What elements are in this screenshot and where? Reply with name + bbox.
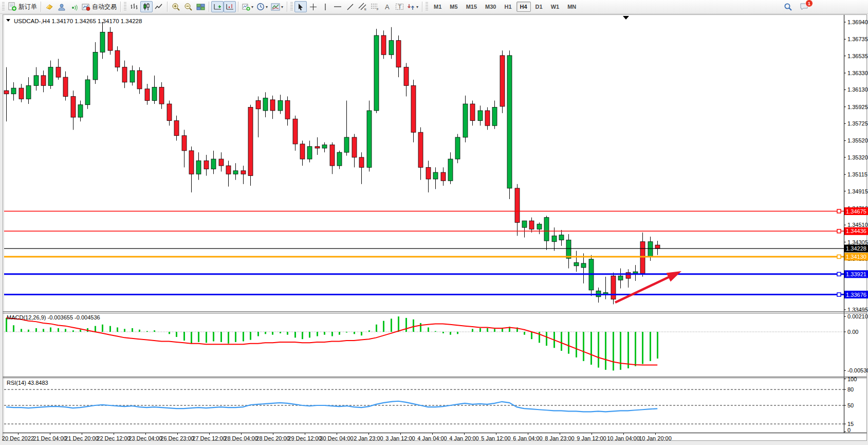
candle-body: [137, 70, 142, 89]
svg-text:T: T: [398, 4, 401, 10]
bar-chart-mode-button[interactable]: [128, 1, 140, 12]
candle-body: [263, 98, 268, 111]
templates-button[interactable]: ▾: [269, 1, 285, 12]
wallet-button[interactable]: [43, 1, 56, 12]
auto-scroll-icon: [213, 3, 222, 11]
candle-body: [389, 41, 394, 55]
horizontal-line-icon: [334, 4, 342, 10]
toolbar-separator: [287, 2, 287, 12]
date-tick-label: 28 Dec 20:00: [256, 435, 289, 441]
timeframe-m1-button[interactable]: M1: [430, 2, 445, 12]
line-chart-mode-button[interactable]: [153, 1, 165, 12]
cursor-tool-button[interactable]: [294, 1, 307, 12]
vertical-line-tool-button[interactable]: [319, 1, 331, 12]
candle-body: [322, 145, 327, 148]
fibonacci-icon: F: [371, 3, 379, 11]
candle-body: [93, 52, 98, 80]
timeframe-h1-button[interactable]: H1: [501, 2, 515, 12]
candle-body: [56, 67, 61, 77]
auto-scroll-button[interactable]: [211, 1, 224, 12]
auto-trading-button[interactable]: 自动交易: [80, 1, 118, 12]
signal-button[interactable]: [68, 1, 80, 12]
candle-body: [226, 166, 231, 174]
toolbar-grip[interactable]: [2, 2, 5, 11]
add-indicator-button[interactable]: ▾: [241, 1, 255, 12]
text-label-tool-button[interactable]: T: [393, 1, 405, 12]
timeframe-w1-button[interactable]: W1: [547, 2, 563, 12]
hline-marker[interactable]: [837, 209, 841, 213]
toolbar-separator: [41, 2, 41, 12]
trendline-tool-button[interactable]: [344, 1, 356, 12]
candle-body: [633, 272, 638, 273]
arrow-objects-icon: [407, 3, 415, 11]
zoom-out-icon: [184, 3, 193, 11]
chart-canvas[interactable]: USDCAD-,H4 1.34170 1.34265 1.34170 1.342…: [0, 13, 868, 445]
candle-body: [426, 167, 431, 179]
date-tick-label: 6 Jan 04:00: [513, 435, 543, 441]
timeframe-mn-button[interactable]: MN: [564, 2, 580, 12]
search-button[interactable]: [782, 1, 794, 12]
candle-body: [26, 85, 31, 99]
candle-body: [270, 100, 275, 111]
hline-price-label-text: 1.34228: [846, 245, 866, 252]
macd-tick-label: 0.002102: [847, 313, 868, 319]
candle-body: [189, 151, 194, 174]
tile-windows-button[interactable]: [194, 1, 207, 12]
horizontal-line-tool-button[interactable]: [331, 1, 344, 12]
timeframe-d1-button[interactable]: D1: [532, 2, 546, 12]
candle-body: [344, 137, 349, 152]
crosshair-icon: [309, 3, 317, 11]
arrows-tool-button[interactable]: ▾: [405, 1, 420, 12]
date-tick-label: 2 Jan 23:00: [354, 435, 383, 441]
hline-marker[interactable]: [837, 272, 841, 276]
date-tick-label: 21 Dec 04:00: [33, 435, 66, 441]
zoom-in-button[interactable]: [170, 1, 182, 12]
candle-body: [4, 91, 9, 94]
periods-button[interactable]: ▾: [255, 1, 269, 12]
toolbar-separator: [120, 2, 121, 12]
candle-body: [293, 119, 298, 144]
toolbar-grip[interactable]: [124, 2, 126, 11]
chart-shift-button[interactable]: [224, 1, 236, 12]
timeframe-m5-button[interactable]: M5: [446, 2, 461, 12]
price-tick-label: 1.35925: [847, 104, 868, 110]
candle-body: [233, 171, 238, 174]
candlestick-icon: [142, 3, 151, 11]
new-order-label: 新订单: [19, 3, 37, 11]
new-order-button[interactable]: 新订单: [6, 1, 39, 12]
dropdown-caret-icon: ▾: [281, 5, 283, 9]
channel-tool-button[interactable]: E: [356, 1, 368, 12]
candle-body: [167, 104, 172, 120]
candle-body: [278, 101, 283, 111]
dropdown-caret-icon: ▾: [251, 5, 253, 9]
toolbar-separator: [422, 2, 422, 12]
timeframe-h4-button[interactable]: H4: [516, 2, 531, 12]
zoom-out-button[interactable]: [182, 1, 194, 12]
bar-chart-icon: [130, 3, 138, 11]
toolbar-grip[interactable]: [426, 2, 428, 11]
candle-body: [463, 104, 468, 137]
profile-button[interactable]: [56, 1, 68, 12]
text-tool-button[interactable]: A: [381, 1, 393, 12]
chart-window[interactable]: USDCAD-,H4 1.34170 1.34265 1.34170 1.342…: [0, 13, 868, 445]
crosshair-tool-button[interactable]: [307, 1, 319, 12]
fibonacci-tool-button[interactable]: F: [368, 1, 381, 12]
toolbar-separator: [167, 2, 168, 12]
timeframe-m15-button[interactable]: M15: [463, 2, 481, 12]
hline-marker[interactable]: [837, 229, 841, 233]
price-tick-label: 1.33495: [847, 307, 868, 313]
candle-body: [34, 76, 39, 85]
candle-body: [330, 145, 335, 166]
candlestick-mode-button[interactable]: [140, 1, 153, 12]
candle-body: [241, 171, 246, 174]
tile-windows-icon: [196, 3, 205, 11]
hline-marker[interactable]: [837, 255, 841, 258]
price-tick-label: 1.34510: [847, 222, 868, 228]
svg-text:F: F: [377, 8, 379, 11]
hline-marker[interactable]: [837, 293, 841, 296]
notifications-button[interactable]: 1: [798, 1, 810, 12]
toolbar-grip[interactable]: [290, 2, 293, 11]
timeframe-m30-button[interactable]: M30: [482, 2, 500, 12]
hline-price-label-text: 1.34675: [846, 208, 866, 215]
candle-body: [211, 159, 216, 169]
